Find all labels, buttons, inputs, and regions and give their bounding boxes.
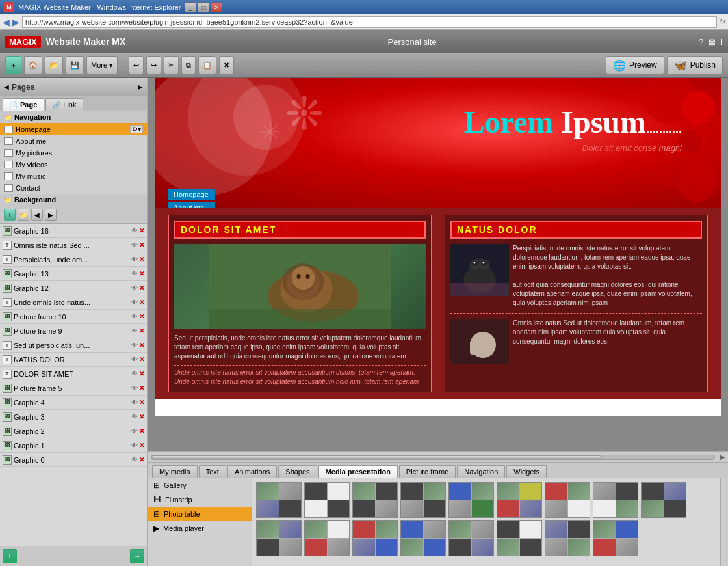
folder-button[interactable]: 📁 xyxy=(18,209,29,221)
list-item[interactable]: 🖼 Graphic 1 👁 ✕ xyxy=(0,438,147,453)
move-up-button[interactable]: ◀ xyxy=(31,209,43,221)
media-thumb-11[interactable] xyxy=(304,520,350,556)
page-item-videos[interactable]: My videos xyxy=(0,159,147,170)
sidebar-add-button[interactable]: + xyxy=(3,549,17,563)
list-item[interactable]: T Sed ut perspiciatis, un... 👁 ✕ xyxy=(0,338,147,353)
media-thumb-15[interactable] xyxy=(497,520,542,556)
close-button[interactable]: ✕ xyxy=(211,2,222,12)
visibility-icon[interactable]: 👁 xyxy=(131,299,138,306)
publish-button[interactable]: 🦋 Publish xyxy=(667,56,723,74)
page-item-about[interactable]: About me xyxy=(0,135,147,147)
tab-media-presentation[interactable]: Media presentation xyxy=(318,465,398,478)
list-item[interactable]: 🖼 Graphic 2 👁 ✕ xyxy=(0,424,147,438)
media-thumb-1[interactable] xyxy=(256,482,302,518)
list-item[interactable]: 🖼 Graphic 0 👁 ✕ xyxy=(0,453,147,467)
delete-object-icon[interactable]: ✕ xyxy=(139,442,144,449)
category-gallery[interactable]: ⊞ Gallery xyxy=(148,478,252,492)
category-filmstrip[interactable]: 🎞 Filmstrip xyxy=(148,492,252,507)
list-item[interactable]: T NATUS DOLOR 👁 ✕ xyxy=(0,353,147,367)
visibility-icon[interactable]: 👁 xyxy=(131,342,138,349)
help-icon[interactable]: ? xyxy=(699,37,703,47)
settings-icon[interactable]: ⚙▾ xyxy=(130,125,143,133)
media-thumb-16[interactable] xyxy=(545,520,590,556)
delete-object-icon[interactable]: ✕ xyxy=(139,342,144,349)
delete-object-icon[interactable]: ✕ xyxy=(139,241,144,249)
bottom-scrollbar[interactable] xyxy=(720,478,728,566)
new-button[interactable]: ＋ xyxy=(5,56,21,74)
open-button[interactable]: 📂 xyxy=(45,56,63,74)
tab-page[interactable]: 📄 Page xyxy=(3,98,44,111)
delete-object-icon[interactable]: ✕ xyxy=(139,356,144,363)
visibility-icon[interactable]: 👁 xyxy=(131,256,138,263)
media-thumb-6[interactable] xyxy=(497,482,542,518)
visibility-icon[interactable]: 👁 xyxy=(131,413,138,420)
undo-button[interactable]: ↩ xyxy=(129,56,144,74)
sidebar-nav-button[interactable]: → xyxy=(130,549,144,563)
redo-button[interactable]: ↪ xyxy=(146,56,161,74)
list-item[interactable]: T Omnis iste natus Sed ... 👁 ✕ xyxy=(0,238,147,252)
visibility-icon[interactable]: 👁 xyxy=(131,399,138,406)
copy-button[interactable]: ⧉ xyxy=(181,56,196,74)
scroll-thumb[interactable] xyxy=(151,455,602,459)
minimize-button[interactable]: _ xyxy=(185,2,196,12)
media-thumb-5[interactable] xyxy=(448,482,494,518)
media-thumb-10[interactable] xyxy=(256,520,302,556)
list-item[interactable]: T DOLOR SIT AMET 👁 ✕ xyxy=(0,367,147,381)
list-item[interactable]: T Unde omnis iste natus... 👁 ✕ xyxy=(0,295,147,310)
forward-icon[interactable]: ▶ xyxy=(12,17,20,27)
delete-object-icon[interactable]: ✕ xyxy=(139,399,144,406)
media-thumb-12[interactable] xyxy=(352,520,398,556)
horizontal-scrollbar[interactable]: ▶ xyxy=(148,451,728,462)
add-page-button[interactable]: + xyxy=(4,209,16,221)
sidebar-collapse-button[interactable]: ▶ xyxy=(138,83,143,90)
delete-object-icon[interactable]: ✕ xyxy=(139,284,144,291)
visibility-icon[interactable]: 👁 xyxy=(131,313,138,320)
tab-shapes[interactable]: Shapes xyxy=(278,465,317,478)
list-item[interactable]: 🖼 Graphic 16 👁 ✕ xyxy=(0,224,147,238)
url-input[interactable] xyxy=(22,16,717,28)
scroll-right-button[interactable]: ▶ xyxy=(718,453,728,461)
save-button[interactable]: 💾 xyxy=(66,56,84,74)
delete-object-icon[interactable]: ✕ xyxy=(139,413,144,420)
media-thumb-7[interactable] xyxy=(545,482,590,518)
delete-object-icon[interactable]: ✕ xyxy=(139,427,144,435)
list-item[interactable]: 🖼 Graphic 13 👁 ✕ xyxy=(0,267,147,281)
delete-object-icon[interactable]: ✕ xyxy=(139,256,144,263)
visibility-icon[interactable]: 👁 xyxy=(131,227,138,234)
visibility-icon[interactable]: 👁 xyxy=(131,327,138,334)
visibility-icon[interactable]: 👁 xyxy=(131,456,138,463)
delete-object-icon[interactable]: ✕ xyxy=(139,384,144,392)
tab-navigation[interactable]: Navigation xyxy=(457,465,505,478)
home-button[interactable]: 🏠 xyxy=(24,56,42,74)
visibility-icon[interactable]: 👁 xyxy=(131,427,138,435)
list-item[interactable]: 🖼 Graphic 4 👁 ✕ xyxy=(0,396,147,410)
page-item-homepage[interactable]: Homepage ⚙▾ xyxy=(0,123,147,135)
tab-picture-frame[interactable]: Picture frame xyxy=(399,465,456,478)
category-media-player[interactable]: ▶ Media player xyxy=(148,521,252,535)
tab-my-media[interactable]: My media xyxy=(152,465,198,478)
visibility-icon[interactable]: 👁 xyxy=(131,356,138,363)
delete-button[interactable]: ✖ xyxy=(219,56,234,74)
list-item[interactable]: T Perspiciatis, unde om... 👁 ✕ xyxy=(0,252,147,267)
delete-object-icon[interactable]: ✕ xyxy=(139,270,144,277)
info-icon[interactable]: i xyxy=(721,37,723,47)
media-thumb-3[interactable] xyxy=(352,482,398,518)
nav-item-homepage[interactable]: Homepage xyxy=(168,189,215,200)
page-item-pictures[interactable]: My pictures xyxy=(0,147,147,159)
delete-object-icon[interactable]: ✕ xyxy=(139,456,144,463)
tab-widgets[interactable]: Widgets xyxy=(506,465,547,478)
media-thumb-14[interactable] xyxy=(448,520,494,556)
help2-icon[interactable]: ⊠ xyxy=(708,37,716,47)
media-thumb-8[interactable] xyxy=(593,482,638,518)
delete-object-icon[interactable]: ✕ xyxy=(139,327,144,334)
visibility-icon[interactable]: 👁 xyxy=(131,442,138,449)
paste-button[interactable]: 📋 xyxy=(198,56,216,74)
page-item-music[interactable]: My music xyxy=(0,170,147,182)
media-thumb-2[interactable] xyxy=(304,482,350,518)
visibility-icon[interactable]: 👁 xyxy=(131,384,138,392)
media-thumb-13[interactable] xyxy=(400,520,446,556)
category-photo-table[interactable]: ⊟ Photo table xyxy=(148,507,252,521)
list-item[interactable]: 🖼 Graphic 3 👁 ✕ xyxy=(0,410,147,424)
tab-text[interactable]: Text xyxy=(199,465,226,478)
refresh-icon[interactable]: ↻ xyxy=(720,18,725,26)
